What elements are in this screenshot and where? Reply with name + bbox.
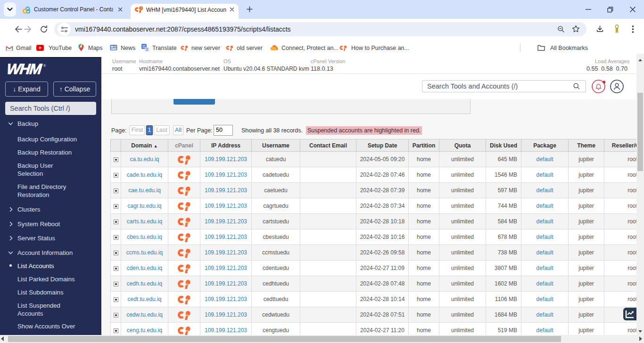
svg-text:文: 文 [145,47,149,51]
svg-text:WHM: WHM [6,61,43,77]
svg-text:®: ® [43,64,46,67]
